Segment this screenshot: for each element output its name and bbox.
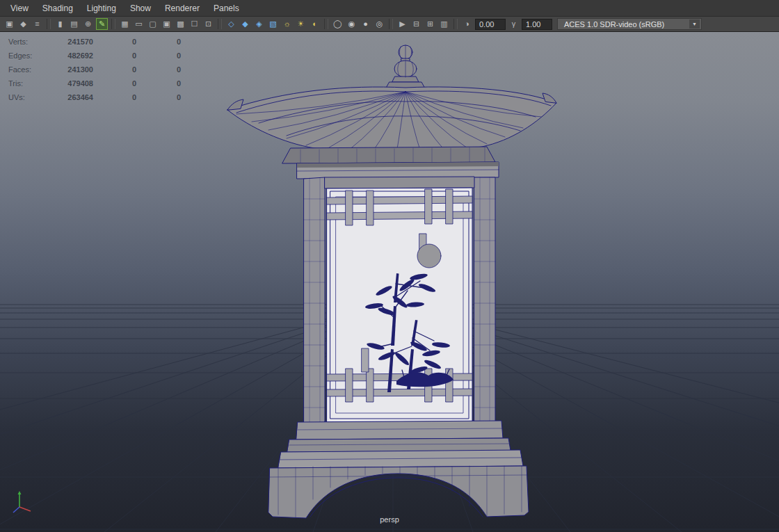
motion-blur-icon[interactable]: ◉	[346, 18, 358, 30]
hud-row-tris: Tris: 479408 0 0	[8, 76, 181, 90]
grease-pencil-icon[interactable]: ✎	[96, 18, 108, 30]
hud-value: 0	[136, 79, 181, 88]
hud-value: 479408	[49, 79, 93, 88]
moon-motif	[417, 244, 441, 268]
hud-value: 263464	[49, 93, 93, 102]
hud-row-edges: Edges: 482692 0 0	[8, 49, 181, 63]
all-lights-icon[interactable]: ☀	[295, 18, 307, 30]
menu-renderer[interactable]: Renderer	[159, 1, 206, 15]
lantern-finial	[386, 45, 425, 88]
ambient-occlusion-icon[interactable]: ◯	[332, 18, 344, 30]
lantern-base	[268, 421, 529, 518]
grid-icon[interactable]: ▦	[119, 18, 131, 30]
resolution-gate-icon[interactable]: ▢	[147, 18, 159, 30]
shaded-mode-icon[interactable]: ◆	[239, 18, 251, 30]
hud-label: Tris:	[8, 79, 49, 88]
viewport-canvas	[0, 32, 779, 532]
hud-value: 0	[93, 93, 136, 102]
hud-row-uvs: UVs: 263464 0 0	[8, 90, 181, 104]
pane-single-icon[interactable]: ⊟	[410, 18, 422, 30]
poly-count-hud: Verts: 241570 0 0 Edges: 482692 0 0 Face…	[8, 35, 181, 104]
hud-value: 0	[136, 65, 181, 74]
hud-value: 0	[136, 51, 181, 60]
toolbar-separator	[324, 19, 328, 29]
hud-value: 241300	[49, 65, 93, 74]
hud-value: 0	[93, 65, 136, 74]
hud-label: Edges:	[8, 51, 49, 60]
menu-panels[interactable]: Panels	[207, 1, 246, 15]
outliner-panel-icon[interactable]: ▥	[438, 18, 450, 30]
toolbar-separator	[47, 19, 51, 29]
film-gate-icon[interactable]: ▭	[133, 18, 145, 30]
gamma-icon[interactable]: γ	[508, 18, 520, 30]
gate-mask-icon[interactable]: ▣	[161, 18, 172, 30]
gamma-field[interactable]: 1.00	[522, 19, 552, 30]
image-plane-icon[interactable]: ▤	[68, 18, 80, 30]
hud-value: 0	[136, 93, 181, 102]
toolbar-separator	[111, 19, 115, 29]
hud-row-faces: Faces: 241300 0 0	[8, 63, 181, 76]
safe-action-icon[interactable]: ☐	[188, 18, 200, 30]
two-d-pan-zoom-icon[interactable]: ⊕	[82, 18, 94, 30]
toolbar-separator	[218, 19, 222, 29]
toolbar-separator	[453, 19, 458, 29]
material-override-icon[interactable]: ▧	[267, 18, 279, 30]
lock-camera-icon[interactable]: ◆	[17, 18, 29, 30]
hud-value: 0	[93, 51, 136, 60]
hud-value: 0	[93, 79, 136, 88]
xray-icon[interactable]: ◎	[374, 18, 385, 30]
pane-quad-icon[interactable]: ⊞	[424, 18, 436, 30]
menu-show[interactable]: Show	[124, 1, 157, 15]
hud-row-verts: Verts: 241570 0 0	[8, 35, 181, 49]
camera-attributes-icon[interactable]: ≡	[31, 18, 43, 30]
panel-toolbar: ▣ ◆ ≡ ▮ ▤ ⊕ ✎ ▦ ▭ ▢ ▣ ▩ ☐ ⊡ ◇ ◆ ◈ ▧ ☼ ☀ …	[0, 17, 779, 32]
default-material-icon[interactable]: ●	[360, 18, 371, 30]
textured-mode-icon[interactable]: ◈	[253, 18, 265, 30]
chevron-down-icon: ▼	[689, 19, 700, 29]
axis-gizmo	[11, 487, 39, 515]
hud-label: UVs:	[8, 93, 49, 102]
lantern-model[interactable]	[227, 45, 556, 518]
maya-window: View Shading Lighting Show Renderer Pane…	[0, 0, 779, 532]
hud-value: 0	[93, 38, 136, 46]
viewport-3d[interactable]: Verts: 241570 0 0 Edges: 482692 0 0 Face…	[0, 32, 779, 532]
exposure-field[interactable]: 0.00	[475, 19, 506, 30]
select-camera-icon[interactable]: ▣	[3, 18, 15, 30]
panel-menubar: View Shading Lighting Show Renderer Pane…	[0, 0, 779, 17]
shoji-panel	[327, 188, 472, 422]
menu-lighting[interactable]: Lighting	[81, 1, 122, 15]
wireframe-mode-icon[interactable]: ◇	[225, 18, 237, 30]
exposure-icon[interactable]: ◑	[461, 18, 473, 30]
view-transform-value: ACES 1.0 SDR-video (sRGB)	[564, 20, 664, 29]
hud-value: 241570	[49, 38, 93, 46]
view-transform-dropdown[interactable]: ACES 1.0 SDR-video (sRGB) ▼	[557, 18, 702, 30]
safe-title-icon[interactable]: ⊡	[202, 18, 214, 30]
hud-value: 0	[136, 38, 181, 46]
field-chart-icon[interactable]: ▩	[175, 18, 186, 30]
menu-view[interactable]: View	[4, 1, 35, 15]
hud-label: Faces:	[8, 65, 49, 74]
hud-label: Verts:	[8, 38, 49, 46]
shadows-icon[interactable]: ◐	[309, 18, 321, 30]
toolbar-separator	[389, 19, 393, 29]
bookmark-icon[interactable]: ▮	[54, 18, 66, 30]
hud-value: 482692	[49, 51, 93, 60]
camera-label: persp	[0, 515, 779, 524]
menu-shading[interactable]: Shading	[36, 1, 79, 15]
default-lighting-icon[interactable]: ☼	[281, 18, 293, 30]
isolate-select-icon[interactable]: ▶	[396, 18, 408, 30]
lantern-roof	[227, 87, 556, 163]
